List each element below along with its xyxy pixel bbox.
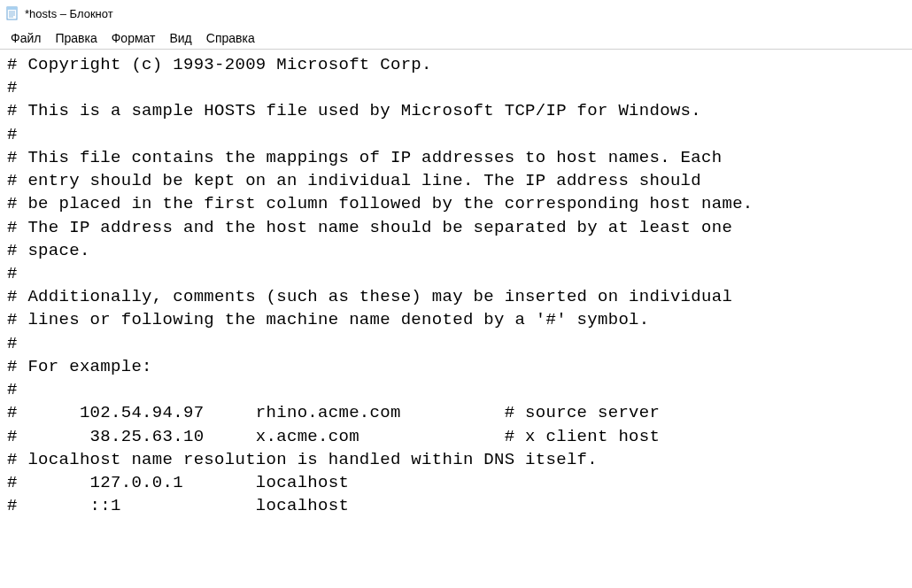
menu-edit[interactable]: Правка: [48, 29, 104, 47]
menubar: Файл Правка Формат Вид Справка: [0, 27, 912, 50]
menu-file[interactable]: Файл: [4, 29, 48, 47]
menu-view[interactable]: Вид: [162, 29, 198, 47]
menu-help[interactable]: Справка: [199, 29, 262, 47]
menu-format[interactable]: Формат: [104, 29, 163, 47]
text-editor[interactable]: # Copyright (c) 1993-2009 Microsoft Corp…: [0, 50, 912, 521]
titlebar: *hosts – Блокнот: [0, 0, 912, 27]
notepad-icon: [5, 6, 19, 20]
window-title: *hosts – Блокнот: [25, 7, 113, 20]
svg-rect-1: [7, 7, 17, 10]
